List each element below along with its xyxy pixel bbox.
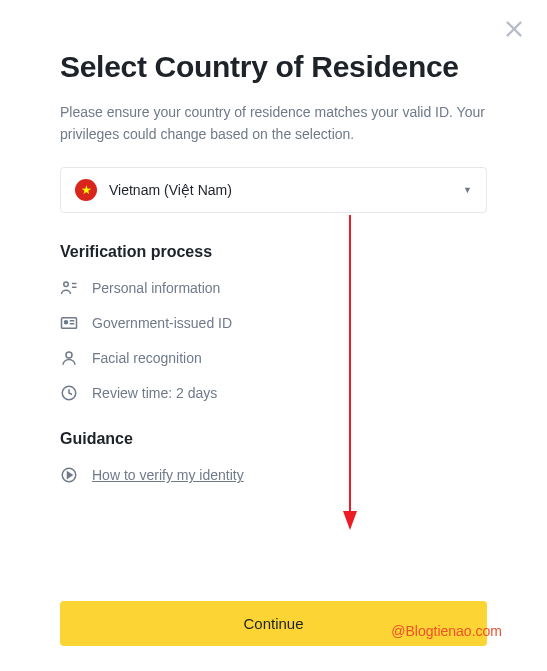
clock-icon — [60, 384, 78, 402]
close-icon — [503, 18, 525, 40]
svg-point-6 — [65, 321, 68, 324]
list-item-label: Facial recognition — [92, 350, 202, 366]
list-item-label: Government-issued ID — [92, 315, 232, 331]
list-item-label: Personal information — [92, 280, 220, 296]
person-info-icon — [60, 279, 78, 297]
list-item: Government-issued ID — [60, 314, 487, 332]
selected-country-label: Vietnam (Việt Nam) — [109, 182, 463, 198]
list-item: Facial recognition — [60, 349, 487, 367]
modal-subtitle: Please ensure your country of residence … — [60, 102, 487, 145]
chevron-down-icon: ▼ — [463, 185, 472, 195]
how-to-verify-link[interactable]: How to verify my identity — [92, 467, 244, 483]
verification-heading: Verification process — [60, 243, 487, 261]
country-residence-modal: Select Country of Residence Please ensur… — [0, 0, 547, 509]
svg-point-2 — [64, 282, 69, 287]
svg-marker-14 — [343, 511, 357, 530]
vietnam-flag-icon: ★ — [75, 179, 97, 201]
close-button[interactable] — [503, 18, 525, 40]
list-item: Personal information — [60, 279, 487, 297]
list-item: Review time: 2 days — [60, 384, 487, 402]
guidance-link-row: How to verify my identity — [60, 466, 487, 484]
svg-point-9 — [66, 352, 72, 358]
guidance-heading: Guidance — [60, 430, 487, 448]
play-circle-icon — [60, 466, 78, 484]
verification-process-list: Personal information Government-issued I… — [60, 279, 487, 402]
face-recognition-icon — [60, 349, 78, 367]
country-select-dropdown[interactable]: ★ Vietnam (Việt Nam) ▼ — [60, 167, 487, 213]
modal-title: Select Country of Residence — [60, 50, 487, 84]
continue-button[interactable]: Continue — [60, 601, 487, 646]
svg-marker-12 — [68, 472, 73, 478]
id-card-icon — [60, 314, 78, 332]
list-item-label: Review time: 2 days — [92, 385, 217, 401]
